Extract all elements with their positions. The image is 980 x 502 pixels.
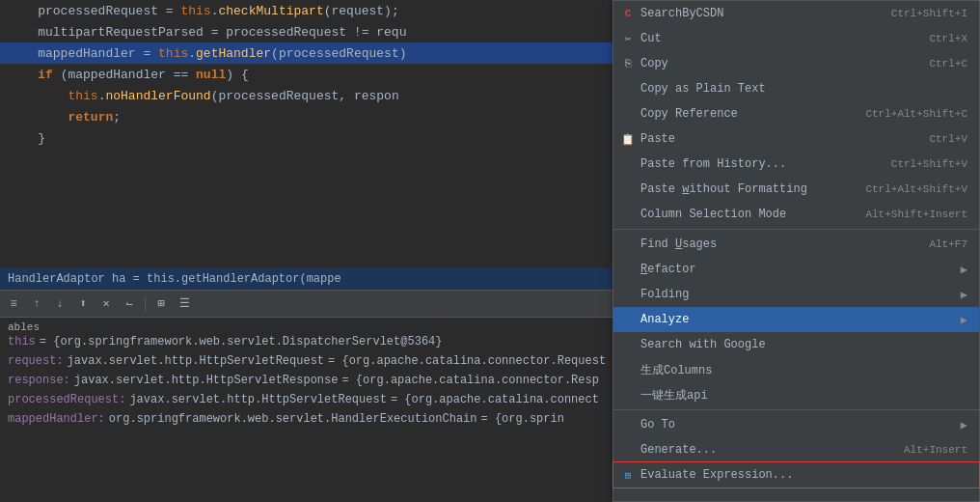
toolbar-list-icon[interactable]: ☰: [175, 294, 194, 314]
generate-label: Generate...: [640, 443, 717, 457]
search-by-csdn-label: SearchByCSDN: [640, 7, 723, 20]
bottom-panel: ≡ ↑ ↓ ⬆ ✕ ⌙ ⊞ ☰ ables this = {org.spring…: [0, 290, 612, 502]
paste-icon: 📋: [619, 130, 637, 148]
code-line-7: }: [0, 127, 612, 149]
editor-area: processedRequest = this.checkMultipart(r…: [0, 0, 612, 502]
separator-2: [613, 409, 979, 410]
toolbar-down-icon[interactable]: ↓: [50, 294, 69, 314]
menu-item-column-selection-mode[interactable]: Column Selection Mode Alt+Shift+Insert: [613, 202, 979, 227]
panel-toolbar: ≡ ↑ ↓ ⬆ ✕ ⌙ ⊞ ☰: [0, 291, 612, 318]
search-by-csdn-shortcut: Ctrl+Shift+I: [891, 8, 967, 19]
menu-item-search-google[interactable]: Search with Google: [613, 332, 979, 357]
toolbar-table-icon[interactable]: ⊞: [151, 294, 171, 314]
cut-label: Cut: [640, 32, 662, 45]
copy-shortcut: Ctrl+C: [929, 58, 967, 70]
var-item-processed-request: processedRequest: javax.servlet.http.Htt…: [8, 393, 605, 412]
column-selection-mode-shortcut: Alt+Shift+Insert: [865, 209, 967, 220]
copy-icon: ⎘: [619, 55, 637, 72]
menu-item-paste-history[interactable]: Paste from History... Ctrl+Shift+V: [613, 152, 979, 177]
menu-item-folding[interactable]: Folding ▶: [613, 282, 979, 307]
paste-history-label: Paste from History...: [640, 157, 786, 171]
evaluate-expression-label: Evaluate Expression...: [640, 468, 793, 482]
generate-api-label: 一键生成api: [640, 387, 708, 404]
copy-plain-text-label: Copy as Plain Text: [640, 82, 766, 96]
menu-item-copy[interactable]: ⎘ Copy Ctrl+C: [613, 51, 979, 76]
search-google-label: Search with Google: [640, 338, 766, 351]
code-line-6: return;: [0, 106, 612, 127]
menu-item-generate-api[interactable]: 一键生成api: [613, 382, 979, 407]
var-item-this: this = {org.springframework.web.servlet.…: [8, 335, 605, 354]
csdn-icon: C: [619, 5, 637, 22]
analyze-label: Analyze: [640, 313, 689, 326]
toolbar-x-icon[interactable]: ✕: [96, 294, 116, 314]
menu-item-go-to[interactable]: Go To ▶: [613, 412, 979, 437]
toolbar-arrow-up-icon[interactable]: ⬆: [73, 294, 93, 314]
paste-without-formatting-shortcut: Ctrl+Alt+Shift+V: [865, 183, 967, 195]
go-to-arrow: ▶: [961, 418, 967, 432]
toolbar-filter-icon[interactable]: ⌙: [120, 294, 139, 314]
variables-section: ables this = {org.springframework.web.se…: [0, 318, 612, 435]
code-line-3: mappedHandler = this.getHandler(processe…: [0, 42, 612, 64]
folding-arrow: ▶: [961, 288, 967, 302]
cut-shortcut: Ctrl+X: [929, 33, 967, 44]
toolbar-up-icon[interactable]: ↑: [27, 294, 46, 314]
copy-reference-label: Copy Reference: [640, 107, 738, 121]
column-selection-mode-label: Column Selection Mode: [640, 208, 786, 221]
generate-shortcut: Alt+Insert: [904, 444, 967, 456]
menu-item-paste[interactable]: 📋 Paste Ctrl+V: [613, 126, 979, 152]
cut-icon: ✂: [619, 30, 637, 47]
menu-item-evaluate-expression[interactable]: ⊞ Evaluate Expression...: [613, 462, 979, 488]
code-line-5: this.noHandlerFound(processedRequest, re…: [0, 85, 612, 106]
code-line-1: processedRequest = this.checkMultipart(r…: [0, 0, 612, 21]
menu-item-find-usages[interactable]: Find Usages Alt+F7: [613, 232, 979, 257]
menu-item-copy-reference[interactable]: Copy Reference Ctrl+Alt+Shift+C: [613, 101, 979, 126]
menu-item-generate[interactable]: Generate... Alt+Insert: [613, 437, 979, 462]
toolbar-equals-icon[interactable]: ≡: [4, 294, 23, 314]
copy-reference-shortcut: Ctrl+Alt+Shift+C: [865, 108, 967, 120]
go-to-label: Go To: [640, 418, 675, 432]
paste-label: Paste: [640, 132, 675, 146]
evaluate-icon: ⊞: [619, 466, 637, 484]
copy-label: Copy: [640, 57, 668, 70]
menu-item-cut[interactable]: ✂ Cut Ctrl+X: [613, 26, 979, 51]
refactor-label: Refactor: [640, 263, 696, 276]
paste-history-shortcut: Ctrl+Shift+V: [891, 158, 967, 170]
toolbar-separator-1: [145, 296, 146, 312]
refactor-arrow: ▶: [961, 263, 967, 277]
generate-columns-label: 生成Columns: [640, 362, 712, 378]
menu-item-search-by-csdn[interactable]: C SearchByCSDN Ctrl+Shift+I: [613, 1, 979, 26]
var-item-response: response: javax.servlet.http.HttpServlet…: [8, 374, 605, 393]
code-line-4: if (mappedHandler == null) {: [0, 64, 612, 85]
var-item-mapped-handler: mappedHandler: org.springframework.web.s…: [8, 412, 605, 432]
menu-item-copy-plain-text[interactable]: Copy as Plain Text: [613, 76, 979, 101]
code-line-2: multipartRequestParsed = processedReques…: [0, 21, 612, 42]
context-menu: C SearchByCSDN Ctrl+Shift+I ✂ Cut Ctrl+X…: [612, 0, 980, 502]
find-usages-shortcut: Alt+F7: [929, 238, 967, 250]
find-usages-label: Find Usages: [640, 237, 717, 251]
folding-label: Folding: [640, 288, 689, 301]
var-item-request: request: javax.servlet.http.HttpServletR…: [8, 354, 605, 374]
menu-item-generate-columns[interactable]: 生成Columns: [613, 357, 979, 382]
separator-1: [613, 229, 979, 230]
paste-shortcut: Ctrl+V: [929, 133, 967, 145]
selected-bar: HandlerAdaptor ha = this.getHandlerAdapt…: [0, 268, 612, 290]
analyze-arrow: ▶: [961, 313, 967, 327]
menu-item-refactor[interactable]: Refactor ▶: [613, 257, 979, 282]
menu-item-analyze[interactable]: Analyze ▶: [613, 307, 979, 332]
paste-without-formatting-label: Paste without Formatting: [640, 182, 807, 196]
menu-item-paste-without-formatting[interactable]: Paste without Formatting Ctrl+Alt+Shift+…: [613, 177, 979, 202]
variables-label: ables: [8, 321, 605, 333]
